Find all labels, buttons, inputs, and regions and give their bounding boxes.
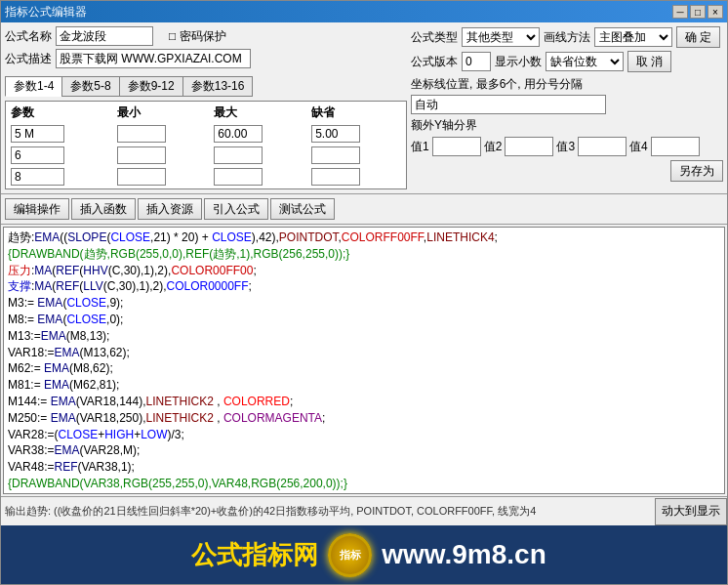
params-section: 参数1-4 参数5-8 参数9-12 参数13-16 参数 最小 最大 缺省 [5, 76, 407, 189]
code-line-9: M62:= EMA(M8,62); [8, 360, 720, 377]
code-line-2: {DRAWBAND(趋势,RGB(255,0,0),REF(趋势,1),RGB(… [8, 246, 720, 263]
y-val4-input[interactable] [651, 137, 700, 156]
confirm-button[interactable]: 确 定 [676, 26, 720, 48]
param-row-8 [8, 167, 404, 187]
param-tab-1-4[interactable]: 参数1-4 [5, 76, 61, 97]
right-panel: 坐标线位置, 最多6个, 用分号分隔 额外Y轴分界 值1 值2 值3 值4 另存… [411, 76, 723, 189]
param-5-default[interactable] [311, 125, 360, 143]
window-close-button[interactable]: × [708, 5, 723, 19]
code-line-10: M81:= EMA(M62,81); [8, 377, 720, 394]
param-6-default[interactable] [311, 146, 360, 164]
code-line-13: VAR28:=(CLOSE+HIGH+LOW)/3; [8, 427, 720, 443]
form-right: 公式类型 其他类型 画线方法 主图叠加 确 定 公式版本 显示小数 缺省位数 取… [411, 26, 723, 72]
code-line-12: M250:= EMA(VAR18,250),LINETHICK2 , COLOR… [8, 410, 720, 427]
params-tabs: 参数1-4 参数5-8 参数9-12 参数13-16 [5, 76, 407, 97]
code-line-3: 压力:MA(REF(HHV(C,30),1),2),COLOR00FF00; [8, 263, 720, 279]
param-8-name[interactable] [11, 168, 64, 186]
code-line-16: {DRAWBAND(VAR38,RGB(255,255,0),VAR48,RGB… [8, 476, 720, 492]
window-title: 指标公式编辑器 [5, 4, 87, 21]
y-val3-input[interactable] [578, 137, 627, 156]
col-param: 参数 [8, 104, 112, 122]
draw-method-label: 画线方法 [544, 29, 590, 46]
watermark-logo: 指标 [328, 533, 372, 577]
minimize-button[interactable]: ─ [672, 5, 688, 19]
code-line-11: M144:= EMA(VAR18,144),LINETHICK2 , COLOR… [8, 394, 720, 410]
col-default: 缺省 [308, 104, 404, 122]
name-label: 公式名称 [5, 28, 52, 45]
draw-method-select[interactable]: 主图叠加 [594, 27, 672, 47]
y-val1-input[interactable] [432, 137, 481, 156]
type-label: 公式类型 [411, 29, 458, 46]
maximize-button[interactable]: □ [690, 5, 706, 19]
param-6-max[interactable] [214, 146, 263, 164]
title-bar: 指标公式编辑器 ─ □ × [1, 1, 727, 22]
code-line-8: VAR18:=EMA(M13,62); [8, 345, 720, 361]
code-line-14: VAR38:=EMA(VAR28,M); [8, 442, 720, 459]
status-text: 输出趋势: ((收盘价的21日线性回归斜率*20)+收盘价)的42日指数移动平均… [1, 502, 655, 521]
name-input[interactable] [56, 26, 153, 46]
param-5-name[interactable] [11, 125, 64, 143]
test-formula-button[interactable]: 测试公式 [270, 198, 335, 220]
param-8-default[interactable] [311, 168, 360, 186]
display-select[interactable]: 缺省位数 [546, 52, 624, 71]
val3-label: 值3 [556, 139, 575, 155]
params-table: 参数 最小 最大 缺省 [5, 101, 407, 189]
form-left: 公式名称 □ 密码保护 公式描述 [5, 26, 407, 72]
param-row-5 [8, 124, 404, 144]
action-buttons: 编辑操作 插入函数 插入资源 引入公式 测试公式 [1, 194, 727, 225]
param-tab-5-8[interactable]: 参数5-8 [61, 76, 118, 97]
param-tab-13-16[interactable]: 参数13-16 [182, 76, 254, 97]
form-area: 公式名称 □ 密码保护 公式描述 公式类型 其他类型 画线方法 主图叠加 [1, 22, 727, 72]
password-label: □ 密码保护 [169, 28, 226, 45]
watermark-bar: 公式指标网 指标 www.9m8.cn [1, 525, 727, 584]
code-line-1: 趋势:EMA((SLOPE(CLOSE,21) * 20) + CLOSE),4… [8, 230, 720, 246]
y-boundary-title: 额外Y轴分界 [411, 117, 477, 134]
type-select[interactable]: 其他类型 [462, 27, 540, 47]
val4-label: 值4 [629, 139, 648, 155]
param-tab-9-12[interactable]: 参数9-12 [119, 76, 182, 97]
val1-label: 值1 [411, 139, 429, 155]
code-line-15: VAR48:=REF(VAR38,1); [8, 459, 720, 476]
param-6-min[interactable] [117, 146, 166, 164]
coord-input[interactable] [411, 95, 606, 114]
coord-label: 坐标线位置, 最多6个, 用分号分隔 [411, 77, 583, 91]
param-6-name[interactable] [11, 146, 64, 164]
version-input[interactable] [462, 52, 491, 71]
save-as-button[interactable]: 另存为 [670, 160, 723, 182]
display-label: 显示小数 [495, 54, 542, 70]
dynamic-display-button[interactable]: 动大到显示 [655, 498, 727, 525]
desc-label: 公式描述 [5, 51, 52, 67]
param-5-max[interactable] [214, 125, 263, 143]
col-max: 最大 [211, 104, 306, 122]
name-row: 公式名称 □ 密码保护 [5, 26, 407, 46]
status-bar: 输出趋势: ((收盘价的21日线性回归斜率*20)+收盘价)的42日指数移动平均… [1, 496, 727, 525]
insert-func-button[interactable]: 插入函数 [71, 198, 136, 220]
desc-input[interactable] [56, 49, 251, 68]
code-line-5: M3:= EMA(CLOSE,9); [8, 295, 720, 312]
cancel-button[interactable]: 取 消 [627, 51, 671, 72]
version-label: 公式版本 [411, 54, 458, 70]
insert-resource-button[interactable]: 插入资源 [138, 198, 202, 220]
import-formula-button[interactable]: 引入公式 [204, 198, 268, 220]
desc-row: 公式描述 [5, 49, 407, 68]
watermark-right: www.9m8.cn [382, 539, 546, 570]
code-line-6: M8:= EMA(CLOSE,0); [8, 312, 720, 328]
param-row-6 [8, 146, 404, 165]
edit-ops-button[interactable]: 编辑操作 [5, 198, 69, 220]
param-8-max[interactable] [214, 168, 263, 186]
param-5-min[interactable] [117, 125, 166, 143]
title-buttons: ─ □ × [672, 5, 723, 19]
code-line-4: 支撑:MA(REF(LLV(C,30),1),2),COLOR0000FF; [8, 278, 720, 295]
main-window: 指标公式编辑器 ─ □ × 公式名称 □ 密码保护 公式描述 公 [0, 0, 728, 585]
code-line-7: M13:=EMA(M8,13); [8, 328, 720, 345]
param-8-min[interactable] [117, 168, 166, 186]
col-min: 最小 [114, 104, 210, 122]
y-val2-input[interactable] [505, 137, 553, 156]
code-editor[interactable]: 趋势:EMA((SLOPE(CLOSE,21) * 20) + CLOSE),4… [3, 227, 725, 494]
code-line-17: VAR58:=(REF(HIGH,1)+REF(LOW,1))/2; [8, 492, 720, 494]
val2-label: 值2 [484, 139, 503, 155]
watermark-left: 公式指标网 [182, 538, 318, 572]
